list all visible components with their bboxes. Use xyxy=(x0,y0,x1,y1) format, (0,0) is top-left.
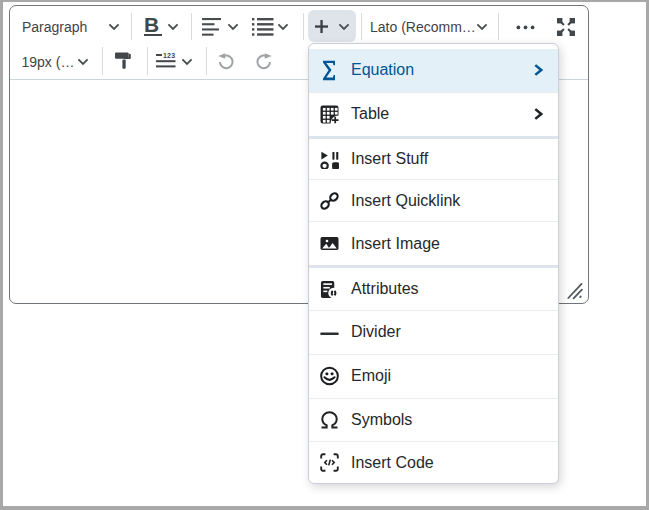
svg-text:123: 123 xyxy=(163,53,175,59)
